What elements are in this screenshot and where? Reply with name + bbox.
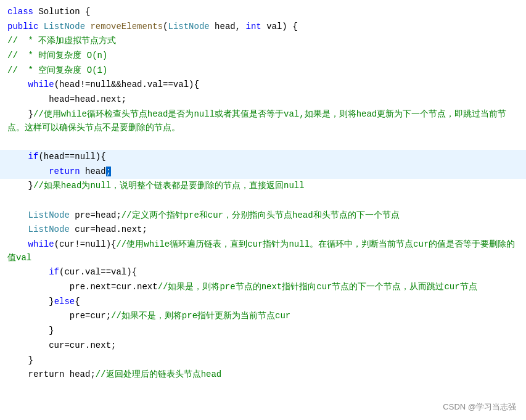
code-line-15: ListNode cur=head.next; [0, 223, 526, 237]
code-line-5: // * 空间复杂度 O(1) [0, 64, 526, 78]
code-line-16: while(cur!=null){//使用while循环遍历链表，直到cur指针… [0, 237, 526, 265]
code-line-19: }else{ [0, 295, 526, 310]
code-editor: class Solution { public ListNode removeE… [0, 0, 526, 420]
code-line-23: } [0, 353, 526, 368]
code-line-10: if(head==null){ [0, 150, 526, 165]
watermark: CSDN @学习当志强 [443, 401, 516, 413]
code-line-20: pre=cur;//如果不是，则将pre指针更新为当前节点cur [0, 309, 526, 324]
code-line-24: rerturn head;//返回处理后的链表头节点head [0, 368, 526, 382]
code-line-14: ListNode pre=head;//定义两个指针pre和cur，分别指向头节… [0, 208, 526, 223]
code-line-22: cur=cur.next; [0, 339, 526, 353]
code-line-13 [0, 194, 526, 208]
code-line-21: } [0, 324, 526, 339]
code-line-2: public ListNode removeElements(ListNode … [0, 20, 526, 35]
code-line-11: return head; [0, 165, 526, 179]
code-line-6: while(head!=null&&head.val==val){ [0, 78, 526, 93]
code-line-8: }//使用while循环检查头节点head是否为null或者其值是否等于val,… [0, 107, 526, 135]
code-line-1: class Solution { [0, 5, 526, 20]
code-line-12: }//如果head为null，说明整个链表都是要删除的节点，直接返回null [0, 179, 526, 194]
code-line-7: head=head.next; [0, 93, 526, 107]
code-line-18: pre.next=cur.next//如果是，则将pre节点的next指针指向c… [0, 280, 526, 295]
code-line-17: if(cur.val==val){ [0, 265, 526, 280]
code-line-3: // * 不添加虚拟节点方式 [0, 34, 526, 49]
code-line-4: // * 时间复杂度 O(n) [0, 49, 526, 64]
code-line-9 [0, 135, 526, 150]
